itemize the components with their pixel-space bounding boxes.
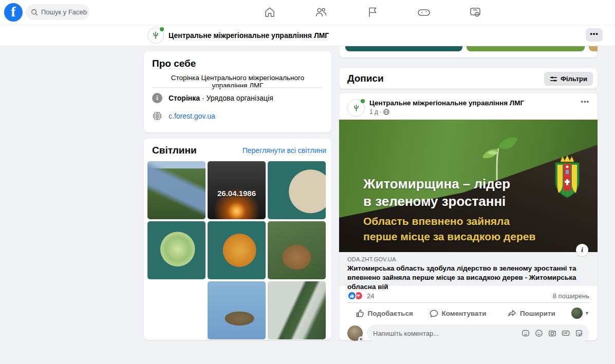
link-domain: ODA.ZHT.GOV.UA <box>347 256 589 262</box>
comment-label: Коментувати <box>442 310 487 317</box>
post-timestamp[interactable]: 1 д <box>369 108 378 116</box>
interact-as-selector[interactable]: ▼ <box>568 308 589 319</box>
share-label: Поширити <box>520 310 555 317</box>
photos-card: Світлини Переглянути всі світлини 26.04.… <box>144 139 331 340</box>
post-more-button[interactable]: ••• <box>581 98 589 105</box>
top-navigation-bar: f <box>0 0 615 25</box>
page-category-text: Сторінка · Урядова організація <box>169 94 273 102</box>
post-image[interactable]: Житомирщина – лідер в зеленому зростанні… <box>339 120 598 252</box>
website-row: c.forest.gov.ua <box>152 111 215 121</box>
comment-input-pill[interactable] <box>367 324 589 342</box>
chevron-down-icon: ▼ <box>585 311 589 316</box>
photo-thumbnail[interactable] <box>268 221 326 279</box>
photo-grid: 26.04.1986 <box>147 161 328 339</box>
page-title: Центральне міжрегіональне управління ЛМГ <box>169 31 329 40</box>
search-icon <box>31 9 38 16</box>
photos-card-title: Світлини <box>152 145 197 156</box>
gaming-icon[interactable] <box>408 0 439 25</box>
photo-thumbnail[interactable] <box>268 281 326 339</box>
posts-section-title: Дописи <box>347 73 384 84</box>
search-input[interactable] <box>41 8 87 16</box>
chernobyl-date-caption: 26.04.1986 <box>208 189 266 198</box>
globe-icon <box>152 111 162 121</box>
see-all-photos-link[interactable]: Переглянути всі світлини <box>243 146 326 155</box>
link-preview[interactable]: i ODA.ZHT.GOV.UA Житомирська область здо… <box>339 252 598 286</box>
about-card: Про себе Сторінка Центрального міжрегіон… <box>144 51 331 132</box>
post-author-avatar[interactable] <box>347 99 365 117</box>
photo-thumbnail[interactable] <box>147 221 206 279</box>
comment-bubble-icon <box>430 309 438 318</box>
page-category-row: i Сторінка · Урядова організація <box>152 93 273 103</box>
marketplace-icon[interactable] <box>460 0 491 25</box>
like-thumb-icon <box>356 309 364 318</box>
photo-thumbnail[interactable] <box>147 281 206 339</box>
sticker-icon[interactable] <box>575 329 583 337</box>
shares-count[interactable]: 8 поширень <box>553 292 589 300</box>
divider <box>152 87 323 88</box>
share-arrow-icon <box>508 309 516 318</box>
info-icon: i <box>152 93 162 103</box>
reactions-count[interactable]: 24 <box>367 292 374 300</box>
zhytomyr-coat-of-arms <box>551 155 583 201</box>
ad-info-icon[interactable]: i <box>576 244 588 256</box>
filters-icon <box>550 75 557 83</box>
privacy-globe-icon <box>383 109 389 115</box>
like-button[interactable]: Подобається <box>347 305 421 321</box>
post-actions-row: Подобається Коментувати Поширити ▼ <box>347 305 589 321</box>
comment-composer: ▾ <box>347 324 589 342</box>
chevron-down-icon: ▾ <box>358 336 364 342</box>
facebook-logo-icon[interactable]: f <box>4 3 23 22</box>
post-image-title: Житомирщина – лідер в зеленому зростанні <box>363 175 510 210</box>
post-author-name[interactable]: Центральне міжрегіональне управління ЛМГ <box>369 99 524 107</box>
photo-thumbnail[interactable] <box>208 221 266 279</box>
share-button[interactable]: Поширити <box>495 305 568 321</box>
page-more-button[interactable]: ••• <box>586 28 603 42</box>
gif-icon[interactable] <box>562 329 570 337</box>
photo-thumbnail[interactable]: 26.04.1986 <box>208 161 266 219</box>
post-card: Центральне міжрегіональне управління ЛМГ… <box>339 93 598 340</box>
comment-button[interactable]: Коментувати <box>421 305 494 321</box>
page-header-bar: Центральне міжрегіональне управління ЛМГ… <box>0 25 615 46</box>
about-card-title: Про себе <box>152 58 196 69</box>
friends-icon[interactable] <box>306 0 337 25</box>
page-avatar[interactable] <box>147 27 164 44</box>
pages-flag-icon[interactable] <box>357 0 388 25</box>
current-profile-avatar <box>571 308 583 319</box>
photo-thumbnail[interactable] <box>147 161 206 219</box>
avatar-leaf-dot <box>160 27 164 31</box>
camera-icon[interactable] <box>548 329 556 337</box>
avatar-leaf-dot <box>361 99 365 103</box>
avatar-sticker-icon[interactable] <box>521 329 530 337</box>
website-link[interactable]: c.forest.gov.ua <box>169 112 215 120</box>
posts-header-card: Дописи Фільтри <box>339 68 598 89</box>
link-title[interactable]: Житомирська область здобула лідерство в … <box>347 264 589 292</box>
divider <box>347 302 589 303</box>
post-image-subtitle: Область впевнено зайняла перше місце за … <box>363 214 535 244</box>
main-nav-tabs <box>254 0 491 25</box>
search-bar[interactable] <box>26 4 89 20</box>
comment-input[interactable] <box>373 330 521 337</box>
reactions-row: ♥ 24 8 поширень <box>347 290 589 301</box>
photo-thumbnail[interactable] <box>268 161 326 219</box>
commenter-avatar[interactable]: ▾ <box>347 325 363 341</box>
home-icon[interactable] <box>254 0 285 25</box>
filters-label: Фільтри <box>561 75 587 83</box>
photo-thumbnail[interactable] <box>208 281 266 339</box>
filters-button[interactable]: Фільтри <box>544 72 593 86</box>
like-label: Подобається <box>368 310 413 317</box>
previous-post-bottom-edge <box>339 46 598 58</box>
emoji-icon[interactable] <box>535 329 543 337</box>
post-meta: 1 д · <box>369 108 524 116</box>
like-reaction-icon[interactable] <box>347 291 357 300</box>
